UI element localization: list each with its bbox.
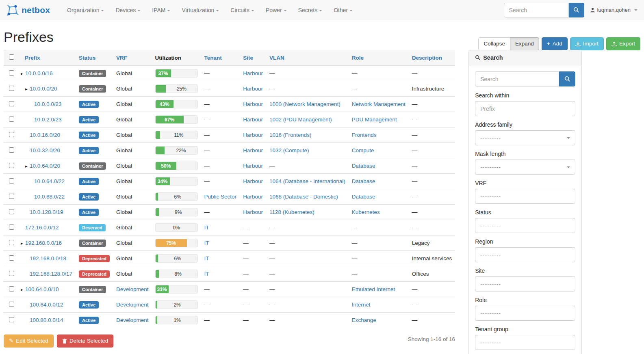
role-link[interactable]: Frontends bbox=[352, 132, 377, 138]
prefix-link[interactable]: 10.0.2.0/23 bbox=[34, 117, 62, 123]
edit-selected-button[interactable]: ✎ Edit Selected bbox=[4, 335, 54, 348]
import-button[interactable]: Import bbox=[570, 37, 604, 50]
export-button[interactable]: Export bbox=[606, 37, 640, 50]
row-checkbox[interactable] bbox=[9, 147, 14, 153]
row-checkbox[interactable] bbox=[9, 117, 14, 122]
prefix-link[interactable]: 100.80.0.0/14 bbox=[30, 317, 63, 323]
prefix-link[interactable]: 10.0.0.0/16 bbox=[25, 70, 53, 76]
column-header-description[interactable]: Description bbox=[412, 55, 442, 61]
status-badge[interactable]: Active bbox=[79, 301, 99, 309]
row-checkbox[interactable] bbox=[9, 224, 14, 230]
vlan-link[interactable]: 1000 (Network Management) bbox=[269, 101, 340, 107]
row-checkbox[interactable] bbox=[9, 317, 14, 322]
role-link[interactable]: Emulated Internet bbox=[352, 286, 395, 292]
column-header-prefix[interactable]: Prefix bbox=[25, 55, 40, 61]
row-checkbox[interactable] bbox=[9, 132, 14, 137]
row-checkbox[interactable] bbox=[9, 86, 14, 91]
column-header-vrf[interactable]: VRF bbox=[116, 55, 127, 61]
vrf-value[interactable]: Development bbox=[116, 302, 149, 308]
status-badge[interactable]: Active bbox=[79, 116, 99, 123]
tenant-link[interactable]: IT bbox=[204, 271, 209, 277]
prefix-link[interactable]: 10.0.64.0/20 bbox=[30, 163, 60, 169]
status-badge[interactable]: Active bbox=[79, 193, 99, 201]
vrf-value[interactable]: Development bbox=[116, 317, 149, 323]
filter-input-search-within[interactable] bbox=[480, 106, 570, 112]
site-link[interactable]: Harbour bbox=[243, 70, 263, 76]
expand-button[interactable]: Expand bbox=[510, 37, 539, 50]
site-link[interactable]: Harbour bbox=[243, 117, 263, 123]
filter-field-control[interactable]: --------- bbox=[475, 306, 575, 321]
role-link[interactable]: Network Management bbox=[352, 101, 405, 107]
status-badge[interactable]: Reserved bbox=[79, 224, 106, 231]
row-checkbox[interactable] bbox=[9, 255, 14, 261]
netbox-logo[interactable]: netbox bbox=[4, 4, 54, 16]
site-link[interactable]: Harbour bbox=[243, 209, 263, 215]
status-badge[interactable]: Active bbox=[79, 178, 99, 185]
nav-menu-item-virtualization[interactable]: Virtualization bbox=[176, 1, 225, 19]
status-badge[interactable]: Container bbox=[79, 85, 106, 93]
filter-field-control[interactable]: --------- bbox=[475, 276, 575, 291]
status-badge[interactable]: Deprecated bbox=[79, 255, 110, 262]
prefix-link[interactable]: 10.0.16.0/20 bbox=[30, 132, 60, 138]
global-search-input[interactable] bbox=[504, 3, 569, 17]
tenant-link[interactable]: IT bbox=[204, 255, 209, 261]
filter-field-control[interactable]: --------- bbox=[475, 160, 575, 175]
site-link[interactable]: Harbour bbox=[243, 178, 263, 184]
vlan-link[interactable]: 1032 (Compute) bbox=[269, 147, 309, 153]
status-badge[interactable]: Container bbox=[79, 286, 106, 293]
prefix-link[interactable]: 10.0.128.0/19 bbox=[30, 209, 63, 215]
nav-menu-item-other[interactable]: Other bbox=[328, 1, 358, 19]
column-header-vlan[interactable]: VLAN bbox=[269, 55, 284, 61]
row-checkbox[interactable] bbox=[9, 101, 14, 106]
nav-menu-item-secrets[interactable]: Secrets bbox=[293, 1, 328, 19]
tenant-link[interactable]: IT bbox=[204, 240, 209, 246]
nav-menu-item-organization[interactable]: Organization bbox=[61, 1, 110, 19]
row-checkbox[interactable] bbox=[9, 240, 14, 245]
site-link[interactable]: Harbour bbox=[243, 86, 263, 92]
filter-field-control[interactable]: --------- bbox=[475, 247, 575, 262]
filter-field-control[interactable]: --------- bbox=[475, 218, 575, 233]
vlan-link[interactable]: 1068 (Database - Domestic) bbox=[269, 194, 338, 200]
role-link[interactable]: Kubernetes bbox=[352, 209, 380, 215]
prefix-link[interactable]: 10.0.0.0/20 bbox=[30, 86, 57, 92]
delete-selected-button[interactable]: Delete Selected bbox=[57, 335, 113, 348]
prefix-link[interactable]: 10.0.0.0/23 bbox=[34, 101, 62, 107]
nav-menu-item-devices[interactable]: Devices bbox=[110, 1, 146, 19]
row-checkbox[interactable] bbox=[9, 178, 14, 183]
add-button[interactable]: + Add bbox=[542, 37, 568, 50]
site-link[interactable]: Harbour bbox=[243, 132, 263, 138]
vlan-link[interactable]: 1128 (Kubernetes) bbox=[269, 209, 314, 215]
nav-menu-item-power[interactable]: Power bbox=[260, 1, 293, 19]
site-link[interactable]: Harbour bbox=[243, 163, 263, 169]
filter-field-control[interactable]: --------- bbox=[475, 189, 575, 204]
site-link[interactable]: Harbour bbox=[243, 101, 263, 107]
status-badge[interactable]: Container bbox=[79, 240, 106, 247]
prefix-link[interactable]: 192.168.0.0/16 bbox=[25, 240, 62, 246]
vlan-link[interactable]: 1016 (Frontends) bbox=[269, 132, 312, 138]
status-badge[interactable]: Active bbox=[79, 317, 99, 324]
row-checkbox[interactable] bbox=[9, 302, 14, 307]
column-header-status[interactable]: Status bbox=[79, 55, 95, 61]
status-badge[interactable]: Active bbox=[79, 101, 99, 108]
row-checkbox[interactable] bbox=[9, 286, 14, 291]
user-menu[interactable]: luqman.qohen bbox=[590, 7, 640, 13]
prefix-link[interactable]: 100.64.0.0/10 bbox=[25, 286, 59, 292]
role-link[interactable]: Compute bbox=[352, 147, 374, 153]
role-link[interactable]: Database bbox=[352, 163, 375, 169]
global-search-button[interactable] bbox=[569, 3, 584, 17]
row-checkbox[interactable] bbox=[9, 70, 14, 76]
tenant-link[interactable]: Public Sector bbox=[204, 194, 237, 200]
prefix-link[interactable]: 192.168.128.0/17 bbox=[30, 271, 72, 277]
site-link[interactable]: Harbour bbox=[243, 147, 263, 153]
prefix-link[interactable]: 10.0.64.0/22 bbox=[34, 178, 65, 184]
status-badge[interactable]: Active bbox=[79, 147, 99, 154]
collapse-button[interactable]: Collapse bbox=[478, 37, 510, 50]
status-badge[interactable]: Active bbox=[79, 209, 99, 216]
filter-search-input[interactable] bbox=[475, 71, 559, 86]
prefix-link[interactable]: 100.64.0.0/12 bbox=[30, 302, 63, 308]
status-badge[interactable]: Active bbox=[79, 132, 99, 139]
column-header-site[interactable]: Site bbox=[243, 55, 253, 61]
vrf-value[interactable]: Development bbox=[116, 286, 149, 292]
role-link[interactable]: Internet bbox=[352, 302, 371, 308]
select-all-checkbox[interactable] bbox=[9, 54, 14, 60]
